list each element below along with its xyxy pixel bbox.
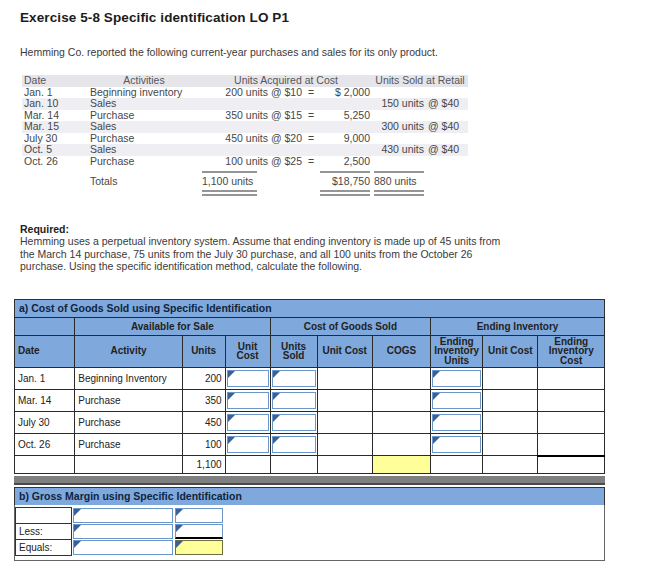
ending-units-input-cell[interactable] bbox=[431, 433, 483, 456]
ending-cost-output-cell bbox=[538, 389, 605, 411]
input-marker-icon bbox=[74, 509, 81, 516]
required-text: Hemming uses a perpetual inventory syste… bbox=[20, 235, 502, 273]
col-header-cogs: COGS bbox=[372, 335, 430, 367]
unit-cost-input-cell[interactable] bbox=[225, 411, 270, 433]
cogs-output-cell bbox=[372, 411, 430, 433]
units-sold-input-cell[interactable] bbox=[270, 411, 317, 433]
double-rule-row bbox=[22, 188, 468, 197]
col-header-date: Date bbox=[22, 75, 88, 87]
cell-date: Mar. 14 bbox=[15, 389, 75, 411]
blank-cell bbox=[317, 456, 372, 474]
cell-acquired: 350 units @ $15 bbox=[200, 110, 304, 122]
row-label bbox=[15, 507, 72, 524]
col-header-units-sold: Units Sold at Retail bbox=[372, 75, 468, 87]
units-sold-input-cell[interactable] bbox=[270, 433, 317, 456]
unit-cost-input-cell[interactable] bbox=[225, 389, 270, 411]
input-marker-icon bbox=[433, 393, 440, 400]
input-marker-icon bbox=[273, 393, 280, 400]
ending-units-input-cell[interactable] bbox=[431, 367, 483, 389]
ending-cost-output-cell bbox=[538, 367, 605, 389]
intro-text: Hemming Co. reported the following curre… bbox=[20, 46, 649, 58]
cell-sold-units: 430 units bbox=[372, 144, 426, 156]
input-marker-icon bbox=[273, 415, 280, 422]
cell-activity: Sales bbox=[88, 144, 200, 156]
amount-input-cell[interactable] bbox=[174, 507, 224, 524]
cell-activity: Purchase bbox=[75, 389, 182, 411]
cogs-output-cell bbox=[372, 433, 430, 456]
col-header-unit-cost-3: Unit Cost bbox=[483, 335, 538, 367]
less-label: Less: bbox=[15, 523, 72, 540]
ending-units-input-cell[interactable] bbox=[431, 389, 483, 411]
col-header-ending-cost: Ending Inventory Cost bbox=[538, 335, 605, 367]
cell-activity: Sales bbox=[88, 98, 200, 110]
cell-date: Oct. 5 bbox=[22, 144, 88, 156]
double-rule bbox=[200, 188, 304, 197]
unit-cost-output-cell bbox=[317, 367, 372, 389]
gross-margin-answer-cell[interactable] bbox=[174, 539, 224, 556]
total-cogs-answer-cell[interactable] bbox=[372, 456, 430, 474]
input-marker-icon bbox=[273, 371, 280, 378]
cell-acquired bbox=[200, 144, 304, 156]
blank-cell bbox=[483, 456, 538, 474]
unit-cost-input-cell[interactable] bbox=[225, 433, 270, 456]
cell-activity: Sales bbox=[88, 121, 200, 133]
group-header-cogs: Cost of Goods Sold bbox=[270, 317, 431, 335]
cell-equals: = bbox=[304, 110, 318, 122]
cell-date: July 30 bbox=[15, 411, 75, 433]
section-b-title: b) Gross Margin using Specific Identific… bbox=[14, 487, 605, 506]
purchases-header-row: Date Activities Units Acquired at Cost U… bbox=[22, 75, 468, 87]
cell-date: Mar. 15 bbox=[22, 121, 88, 133]
group-header-ending: Ending Inventory bbox=[431, 317, 605, 335]
required-label: Required: bbox=[20, 223, 502, 235]
gross-margin-box: Less: Equals: bbox=[14, 505, 605, 561]
cell-equals bbox=[304, 121, 318, 133]
cell-cost: 9,000 bbox=[318, 133, 372, 145]
cell-activity: Purchase bbox=[88, 156, 200, 168]
amount-input-cell[interactable] bbox=[174, 523, 224, 540]
worksheet-row: July 30 Purchase 450 bbox=[15, 411, 605, 433]
purchases-sales-table: Date Activities Units Acquired at Cost U… bbox=[22, 75, 468, 197]
total-ending-cost-cell bbox=[538, 456, 605, 474]
input-marker-icon bbox=[176, 525, 183, 532]
description-input-cell[interactable] bbox=[72, 539, 174, 556]
table-row: Oct. 5 Sales 430 units @ $40 bbox=[22, 144, 468, 156]
cell-equals: = bbox=[304, 156, 318, 168]
cell-sold-units: 300 units bbox=[372, 121, 426, 133]
cell-sold-price bbox=[426, 156, 468, 168]
totals-units-sold: 880 units bbox=[372, 176, 426, 188]
col-header-units-acquired: Units Acquired at Cost bbox=[200, 75, 372, 87]
input-marker-icon bbox=[228, 393, 235, 400]
units-sold-input-cell[interactable] bbox=[270, 389, 317, 411]
col-header-ending-units: Ending Inventory Units bbox=[431, 335, 483, 367]
unit-cost-output-cell bbox=[317, 411, 372, 433]
cogs-worksheet-table: Available for Sale Cost of Goods Sold En… bbox=[14, 317, 605, 474]
units-sold-input-cell[interactable] bbox=[270, 367, 317, 389]
cell-units: 350 bbox=[182, 389, 225, 411]
group-header-row: Available for Sale Cost of Goods Sold En… bbox=[15, 317, 605, 335]
cogs-output-cell bbox=[372, 389, 430, 411]
blank-cell bbox=[225, 456, 270, 474]
cell-acquired: 200 units @ $10 bbox=[200, 87, 304, 99]
cell-equals: = bbox=[304, 87, 318, 99]
cell-date: Oct. 26 bbox=[22, 156, 88, 168]
ending-units-input-cell[interactable] bbox=[431, 411, 483, 433]
input-marker-icon bbox=[433, 371, 440, 378]
worksheet-row: Mar. 14 Purchase 350 bbox=[15, 389, 605, 411]
description-input-cell[interactable] bbox=[72, 523, 174, 540]
description-input-cell[interactable] bbox=[72, 507, 174, 524]
cell-date: Jan. 1 bbox=[15, 367, 75, 389]
table-row: Jan. 10 Sales 150 units @ $40 bbox=[22, 98, 468, 110]
cell-cost bbox=[318, 121, 372, 133]
cell-cost bbox=[318, 144, 372, 156]
group-header-available: Available for Sale bbox=[75, 317, 270, 335]
blank-cell bbox=[15, 456, 75, 474]
cell-cost: 2,500 bbox=[318, 156, 372, 168]
col-header-activity: Activity bbox=[75, 335, 182, 367]
cell-units: 100 bbox=[182, 433, 225, 456]
input-marker-icon bbox=[176, 541, 183, 548]
totals-units-acquired: 1,100 units bbox=[200, 176, 304, 188]
col-header-activities: Activities bbox=[88, 75, 200, 87]
unit-cost-input-cell[interactable] bbox=[225, 367, 270, 389]
unit-cost-output-cell bbox=[483, 367, 538, 389]
input-marker-icon bbox=[228, 371, 235, 378]
